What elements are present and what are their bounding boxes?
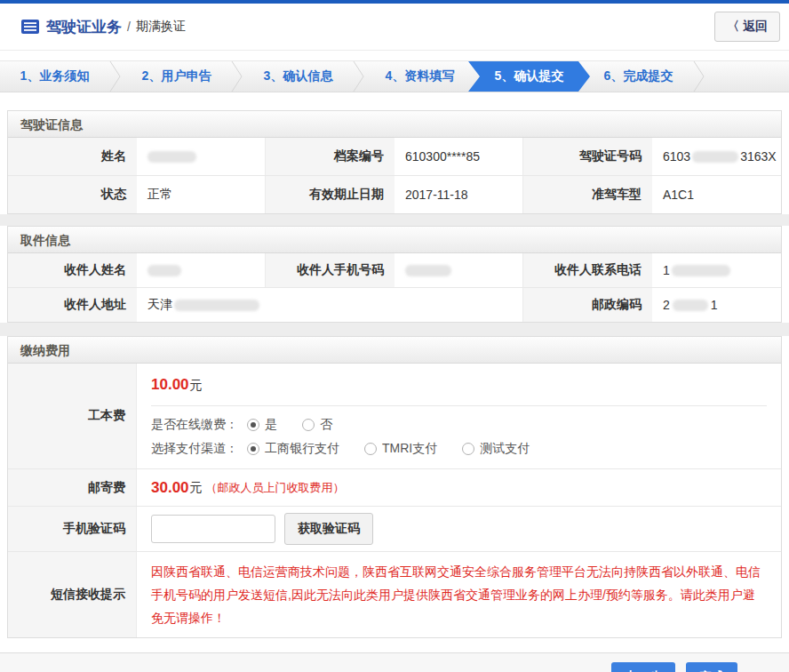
sms-notice-text: 因陕西省联通、电信运营商技术问题，陕西省互联网交通安全综合服务管理平台无法向持陕…: [151, 560, 767, 629]
online-payment-question: 是否在线缴费：: [151, 417, 238, 433]
radio-unselected-icon[interactable]: [462, 443, 474, 455]
captcha-row: 手机验证码 获取验证码: [8, 506, 781, 551]
postal-code-value: 21: [652, 288, 781, 322]
page: 驾驶证业务 / 期满换证 〈 返回 1、业务须知 2、用户申告 3、确认信息 4…: [0, 0, 789, 672]
spacer: [0, 92, 789, 110]
previous-step-button[interactable]: 上一步: [611, 662, 675, 672]
status-value: 正常: [137, 176, 266, 213]
finish-button[interactable]: 完成: [686, 662, 737, 672]
step-4: 4、资料填写: [365, 61, 474, 92]
back-chevron-icon: 〈: [727, 19, 739, 35]
radio-selected-icon[interactable]: [247, 419, 259, 431]
channel-option-icbc[interactable]: 工商银行支付: [247, 441, 339, 457]
card-fee-label: 工本费: [8, 364, 137, 468]
sms-code-input[interactable]: [151, 515, 275, 543]
wizard-stepper: 1、业务须知 2、用户申告 3、确认信息 4、资料填写 5、确认提交 6、完成提…: [0, 60, 789, 92]
redacted-blob: [673, 300, 708, 311]
recipient-name-label: 收件人姓名: [8, 253, 137, 287]
redacted-blob: [672, 265, 730, 276]
step-separator-icon: [231, 61, 243, 92]
pickup-info-section: 取件信息 收件人姓名 收件人手机号码 收件人联系电话 1 收件人地址 天津 邮政…: [7, 226, 782, 323]
card-fee-unit: 元: [190, 378, 203, 392]
stepper-filler: [705, 61, 789, 92]
page-title: 驾驶证业务: [46, 17, 122, 37]
name-value: [137, 138, 266, 175]
step-1: 1、业务须知: [0, 61, 109, 92]
card-fee-content: 10.00元 是否在线缴费： 是 否 选择支付渠道： 工商银行支付 TMRI支付…: [137, 364, 781, 468]
captcha-label: 手机验证码: [8, 507, 137, 551]
recipient-mobile-label: 收件人手机号码: [266, 253, 394, 287]
step-2: 2、用户申告: [122, 61, 231, 92]
payment-channel-question: 选择支付渠道：: [151, 441, 238, 457]
license-no-label: 驾驶证号码: [523, 138, 652, 175]
redacted-blob: [147, 151, 196, 163]
recipient-mobile-value: [394, 253, 523, 287]
recipient-address-value: 天津: [137, 288, 523, 322]
captcha-content: 获取验证码: [137, 507, 781, 551]
radio-selected-icon[interactable]: [247, 443, 259, 455]
license-business-icon: [21, 20, 39, 34]
postal-code-label: 邮政编码: [523, 288, 652, 322]
card-fee-amount-line: 10.00元: [151, 376, 767, 394]
file-no-value: 610300****85: [394, 138, 523, 175]
table-row: 收件人地址 天津 邮政编码 21: [8, 287, 781, 322]
back-button-label: 返回: [743, 19, 768, 35]
file-no-label: 档案编号: [266, 138, 394, 175]
online-payment-option-no[interactable]: 否: [302, 417, 332, 433]
step-3: 3、确认信息: [243, 61, 353, 92]
spacer: [0, 638, 789, 652]
mail-fee-label: 邮寄费: [8, 469, 137, 506]
card-fee-amount: 10.00: [151, 376, 189, 393]
page-header: 驾驶证业务 / 期满换证 〈 返回: [0, 4, 789, 51]
sms-notice-content: 因陕西省联通、电信运营商技术问题，陕西省互联网交通安全综合服务管理平台无法向持陕…: [137, 552, 781, 637]
sms-notice-row: 短信接收提示 因陕西省联通、电信运营商技术问题，陕西省互联网交通安全综合服务管理…: [8, 551, 781, 637]
table-row: 姓名 档案编号 610300****85 驾驶证号码 61033163X: [8, 138, 781, 175]
get-captcha-button[interactable]: 获取验证码: [284, 513, 373, 545]
payment-channel-question-row: 选择支付渠道： 工商银行支付 TMRI支付 测试支付: [151, 441, 767, 457]
name-label: 姓名: [8, 138, 137, 175]
radio-unselected-icon[interactable]: [302, 419, 315, 431]
back-button[interactable]: 〈 返回: [714, 12, 780, 42]
step-separator-icon: [109, 61, 122, 92]
recipient-phone-value: 1: [652, 253, 781, 287]
table-row: 状态 正常 有效期止日期 2017-11-18 准驾车型 A1C1: [8, 175, 781, 213]
mail-fee-unit: 元: [190, 480, 203, 496]
breadcrumb-current: 期满换证: [136, 19, 186, 35]
redacted-blob: [147, 265, 181, 276]
step-6: 6、完成提交: [584, 61, 693, 92]
card-fee-row: 工本费 10.00元 是否在线缴费： 是 否 选择支付渠道： 工商银行支付 TM…: [8, 364, 781, 468]
pickup-info-title: 取件信息: [8, 227, 781, 253]
recipient-name-value: [137, 253, 266, 287]
section-gap: [0, 214, 789, 226]
recipient-address-label: 收件人地址: [8, 288, 137, 322]
footer-actions: 上一步 完成: [0, 652, 789, 672]
vehicle-class-value: A1C1: [652, 176, 781, 213]
step-separator-icon: [693, 61, 705, 92]
sms-notice-label: 短信接收提示: [8, 552, 137, 637]
online-payment-option-yes[interactable]: 是: [247, 417, 277, 433]
mail-fee-row: 邮寄费 30.00元 （邮政人员上门收取费用）: [8, 468, 781, 506]
license-info-title: 驾驶证信息: [8, 111, 781, 138]
valid-until-label: 有效期止日期: [266, 176, 394, 213]
spacer: [0, 51, 789, 60]
redacted-blob: [405, 265, 451, 276]
payment-title: 缴纳费用: [8, 337, 781, 364]
section-gap: [0, 323, 789, 336]
step-5-active: 5、确认提交: [468, 61, 590, 92]
breadcrumb-separator: /: [127, 20, 131, 34]
divider: [151, 405, 767, 406]
channel-option-tmri[interactable]: TMRI支付: [364, 441, 437, 457]
step-separator-icon: [353, 61, 365, 92]
license-no-value: 61033163X: [652, 138, 781, 175]
license-info-section: 驾驶证信息 姓名 档案编号 610300****85 驾驶证号码 6103316…: [7, 110, 782, 214]
status-label: 状态: [8, 176, 137, 213]
redacted-blob: [692, 151, 738, 163]
channel-option-test[interactable]: 测试支付: [462, 441, 530, 457]
online-payment-question-row: 是否在线缴费： 是 否: [151, 417, 767, 433]
redacted-blob: [174, 300, 259, 311]
radio-unselected-icon[interactable]: [364, 443, 377, 455]
mail-fee-note: （邮政人员上门收取费用）: [206, 480, 345, 496]
payment-section: 缴纳费用 工本费 10.00元 是否在线缴费： 是 否 选择支付渠道： 工商银行…: [7, 336, 782, 638]
mail-fee-amount: 30.00: [151, 479, 189, 497]
mail-fee-content: 30.00元 （邮政人员上门收取费用）: [137, 469, 781, 506]
